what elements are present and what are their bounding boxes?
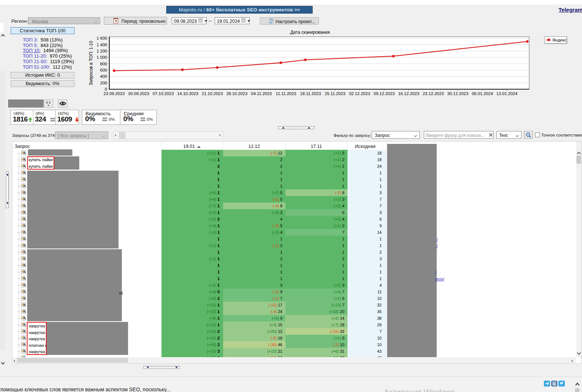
svg-text:B: B xyxy=(553,382,556,385)
